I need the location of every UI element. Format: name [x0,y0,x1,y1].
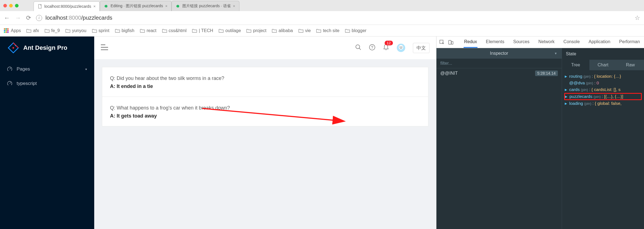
bookmark-folder[interactable]: alibaba [272,28,293,33]
inspector-label: Inspector [490,51,508,56]
apps-icon [4,28,9,33]
browser-tab[interactable]: 图片链接 puzzlecards · 语雀× [172,1,239,11]
tree-key: cards [569,87,580,92]
tree-node[interactable]: ▶cards (pin): { cardsList: [], s [564,86,642,93]
bookmark-label: outilage [225,28,241,33]
devtools-tab[interactable]: Sources [513,37,530,48]
collapse-sidebar-button[interactable] [101,44,108,51]
devtools-tab[interactable]: Network [538,37,555,48]
card-answer: A: It gets toad away [110,113,420,119]
folder-icon [246,28,251,33]
close-tab-icon[interactable]: × [233,4,235,8]
apps-shortcut[interactable]: Apps [4,28,21,33]
bookmark-folder[interactable]: bigfish [115,28,134,33]
app-header: ? 12 中文 [94,37,436,59]
forward-button[interactable]: → [15,14,21,22]
minimize-window-button[interactable] [9,4,13,7]
browser-tab[interactable]: Editing · 图片链接 puzzlecards× [100,1,172,11]
bookmark-folder[interactable]: yunyou [65,28,86,33]
bookmark-folder[interactable]: | TECH [192,28,213,33]
maximize-window-button[interactable] [15,4,19,7]
user-avatar[interactable] [397,44,405,52]
search-button[interactable] [355,44,361,51]
sidebar-nav: Pages▾typescript [0,59,94,93]
close-tab-icon[interactable]: × [93,4,96,9]
devtools-tab[interactable]: Application [588,37,611,48]
inspect-element-icon[interactable] [439,40,445,45]
bookmark-folder[interactable]: afx [26,28,39,33]
tree-node[interactable]: ▶routing (pin): { location: {…} [564,73,642,80]
device-toggle-icon[interactable] [448,40,454,45]
bookmark-folder[interactable]: css&html [162,28,187,33]
back-button[interactable]: ← [4,14,10,22]
bookmark-folder[interactable]: blogger [345,28,366,33]
folder-icon [140,28,145,33]
url-field[interactable]: i localhost:8000/puzzlecards [36,15,630,21]
bookmark-folder[interactable]: sprint [92,28,109,33]
bookmark-folder[interactable]: fe_9 [45,28,60,33]
tree-node[interactable]: @@dva (pin): 0 [564,80,642,86]
svg-point-1 [12,47,14,49]
tab-title: Editing · 图片链接 puzzlecards [111,4,163,9]
search-icon [355,44,361,50]
bookmark-folder[interactable]: tech site [316,28,339,33]
bookmarks-bar: Apps afxfe_9yunyousprintbigfishreactcss&… [0,25,644,37]
notifications-button[interactable]: 12 [383,44,389,52]
svg-point-16 [399,45,403,50]
inspector-header[interactable]: Inspector ▼ [436,48,562,59]
tab-title: 图片链接 puzzlecards · 语雀 [182,4,231,9]
folder-icon [65,28,70,33]
svg-line-6 [10,82,11,84]
folder-icon [162,28,167,33]
tree-node[interactable]: ▶puzzlecards (pin): [{…}, {…}] [564,93,642,100]
close-window-button[interactable] [3,4,7,7]
action-time: 5:28:14.14 [535,71,558,76]
reload-button[interactable]: ⟳ [26,14,31,22]
tab-favicon [176,4,180,8]
action-name: @@INIT [440,71,535,76]
tree-caret-icon: ▶ [565,88,568,92]
svg-rect-21 [451,41,453,44]
card-question: Q: What happens to a frog's car when it … [110,104,420,112]
card-question: Q: Did you hear about the two silk worms… [110,74,420,82]
site-info-icon[interactable]: i [36,15,42,21]
bookmark-folder[interactable]: outilage [219,28,241,33]
state-subtab[interactable]: Chart [589,60,617,70]
svg-point-2 [15,45,16,46]
sidebar-item[interactable]: Pages▾ [0,62,94,76]
bookmark-folder[interactable]: vie [298,28,311,33]
tree-caret-icon: ▶ [565,75,568,78]
sidebar-item[interactable]: typescript [0,76,94,91]
devtools-tab[interactable]: Redux [464,37,477,48]
tree-pin: (pin) [594,95,601,99]
state-subtab[interactable]: Raw [617,60,644,70]
tree-node[interactable]: ▶loading (pin): { global: false, [564,100,642,107]
action-filter-input[interactable]: filter... [436,59,562,68]
devtools-tab[interactable]: Elements [485,37,505,48]
app-logo[interactable]: Ant Design Pro [0,37,94,59]
browser-tabs: localhost:8000/puzzlecards×Editing · 图片链… [34,0,239,11]
apps-label: Apps [11,28,21,33]
browser-titlebar: localhost:8000/puzzlecards×Editing · 图片链… [0,0,644,11]
logo-icon [7,42,19,54]
browser-tab[interactable]: localhost:8000/puzzlecards× [34,1,100,11]
bookmark-label: alibaba [278,28,293,33]
state-subtab[interactable]: Tree [562,60,589,70]
bookmark-star-icon[interactable]: ☆ [635,14,640,22]
redux-action-row[interactable]: @@INIT5:28:14.14 [436,68,562,78]
folder-icon [345,28,350,33]
tab-favicon [38,4,42,9]
help-button[interactable]: ? [369,44,375,51]
close-tab-icon[interactable]: × [165,4,167,8]
bookmark-label: afx [33,28,39,33]
language-switcher[interactable]: 中文 [413,43,430,53]
bookmark-folder[interactable]: project [246,28,266,33]
bookmark-folder[interactable]: react [140,28,157,33]
tree-pin: (pin) [583,74,591,79]
cards-container: Q: Did you hear about the two silk worms… [94,59,436,134]
folder-icon [192,28,197,33]
devtools-tab[interactable]: Console [563,37,580,48]
devtools-tab[interactable]: Performan [619,37,640,48]
tree-key: puzzlecards [569,94,592,99]
bookmark-label: tech site [323,28,339,33]
